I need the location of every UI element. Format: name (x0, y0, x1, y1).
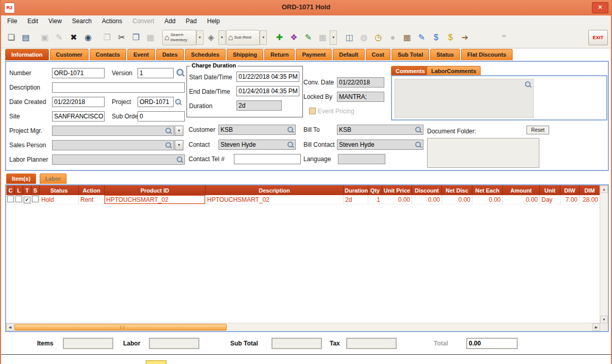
version-field[interactable]: 1 (138, 68, 174, 78)
currency-icon[interactable]: $ (443, 30, 457, 45)
cut-icon[interactable]: ✂ (114, 30, 129, 45)
column-header-t[interactable]: T (23, 185, 31, 195)
cell-unit[interactable]: Day (540, 195, 560, 204)
bill-to-field[interactable]: KSB (337, 125, 423, 135)
tab-contacts[interactable]: Contacts (90, 49, 126, 60)
cell-action[interactable]: Rent (79, 195, 105, 204)
sales-person-search-icon[interactable] (165, 142, 172, 149)
column-header-c[interactable]: C (7, 185, 15, 195)
cell-net-each[interactable]: 0.00 (472, 195, 503, 204)
calendar-icon[interactable]: ▦ (315, 30, 330, 45)
column-header-description[interactable]: Description (206, 185, 344, 195)
comments-textarea[interactable] (395, 79, 534, 118)
exit-button[interactable]: EXIT (588, 30, 608, 45)
checkbox-t[interactable]: ✔ (24, 197, 30, 203)
column-header-unit-price[interactable]: Unit Price (382, 185, 412, 195)
column-header-l[interactable]: L (15, 185, 23, 195)
cell-t[interactable]: ✔ (23, 195, 31, 204)
scrollbar-thumb[interactable] (14, 324, 227, 331)
column-header-dim[interactable]: DIM (580, 185, 600, 195)
duration-field[interactable]: 2d (236, 100, 282, 111)
vertical-scrollbar[interactable]: ▲ ▼ (600, 185, 608, 323)
number-field[interactable]: ORD-1071 (52, 68, 105, 78)
project-mgr-field[interactable] (52, 126, 174, 136)
chat-icon[interactable]: ❝ (497, 30, 511, 45)
bill-contact-field[interactable]: Steven Hyde (337, 140, 423, 150)
column-header-status[interactable]: Status (40, 185, 79, 195)
cell-c[interactable] (7, 195, 15, 204)
tab-event[interactable]: Event (127, 49, 155, 60)
tab-schedules[interactable]: Schedules (185, 49, 226, 60)
menu-file[interactable]: File (7, 18, 17, 25)
column-header-net-each[interactable]: Net Each (472, 185, 503, 195)
save-icon[interactable]: ▣ (38, 30, 52, 45)
document-folder-area[interactable] (427, 138, 539, 168)
date-created-field[interactable]: 01/22/2018 (52, 97, 105, 107)
cell-status[interactable]: Hold (40, 195, 79, 204)
checkbox-l[interactable] (15, 196, 22, 202)
sub-rent-button[interactable]: ⌂Sub Rent (226, 30, 260, 45)
tab-return[interactable]: Return (264, 49, 295, 60)
menu-help[interactable]: Help (207, 18, 220, 25)
new-document-icon[interactable]: ❏ (4, 30, 19, 45)
labor-planner-field[interactable] (52, 154, 185, 165)
language-field[interactable] (338, 154, 385, 164)
customer-field[interactable]: KSB (218, 125, 296, 135)
tab-default[interactable]: Default (333, 49, 364, 60)
scroll-left-icon[interactable]: ◀ (6, 323, 14, 331)
conv-date-field[interactable]: 01/22/2018 (337, 77, 384, 88)
tab-status[interactable]: Status (430, 49, 460, 60)
menu-convert[interactable]: Convert (132, 18, 154, 25)
scroll-right-icon[interactable]: ▶ (592, 323, 600, 331)
cell-product-id[interactable]: HPTOUCHSMART_02 (105, 195, 206, 204)
end-datetime-field[interactable]: 01/24/2018 04:35 PM (236, 86, 299, 96)
cell-description[interactable]: HPTOUCHSMART_02 (206, 195, 344, 204)
column-header-discount[interactable]: Discount (412, 185, 442, 195)
menu-actions[interactable]: Actions (102, 18, 122, 25)
site-structure-icon[interactable]: ◫ (342, 30, 356, 45)
sub-rent-button-dropdown[interactable]: ▾ (260, 30, 267, 45)
bill-contact-search-icon[interactable] (415, 141, 422, 148)
cell-amount[interactable]: 0.00 (503, 195, 540, 204)
column-header-net-disc[interactable]: Net Disc (442, 185, 472, 195)
column-header-s[interactable]: S (31, 185, 40, 195)
bill-to-search-icon[interactable] (415, 126, 422, 133)
column-header-diw[interactable]: DIW (560, 185, 580, 195)
reset-button[interactable]: Reset (526, 126, 549, 134)
locked-by-field[interactable]: MANTRA; (337, 92, 384, 102)
customer-search-icon[interactable] (287, 126, 294, 133)
scroll-down-icon[interactable]: ▼ (600, 316, 608, 323)
column-header-action[interactable]: Action (79, 185, 105, 195)
column-header-product-id[interactable]: Product ID (105, 185, 206, 195)
folder-history-icon[interactable]: ◷ (371, 30, 385, 45)
status-balls-icon[interactable]: ❖ (286, 30, 301, 45)
menu-add[interactable]: Add (164, 18, 175, 25)
inventory-boxes-icon[interactable]: ▦ (400, 30, 414, 45)
start-datetime-field[interactable]: 01/22/2018 04:35 PM (236, 72, 299, 82)
cell-discount[interactable]: 0.00 (412, 195, 442, 204)
search-inventory-button-dropdown[interactable]: ▾ (196, 30, 203, 45)
tab-flat-discounts[interactable]: Flat Discounts (461, 49, 513, 60)
sphere-icon[interactable]: ● (385, 30, 400, 45)
tab-labor-comments[interactable]: LaborComments (427, 66, 481, 76)
scroll-up-icon[interactable]: ▲ (600, 185, 608, 193)
database-icon[interactable]: ◍ (356, 30, 371, 45)
menu-edit[interactable]: Edit (27, 18, 38, 25)
print-icon[interactable]: ▤ (19, 30, 33, 45)
checkbox-s[interactable] (32, 196, 39, 202)
cell-s[interactable] (31, 195, 40, 204)
contact-search-icon[interactable] (287, 141, 294, 148)
cell-net-disc[interactable]: 0.00 (442, 195, 472, 204)
item-row[interactable]: ✔ Hold Rent HPTOUCHSMART_02 HPTOUCHSMART… (7, 195, 600, 204)
project-mgr-search-icon[interactable] (165, 127, 172, 134)
close-button[interactable]: ✕ (592, 2, 608, 13)
cell-qty[interactable]: 1 (368, 195, 382, 204)
menu-pad[interactable]: Pad (186, 18, 197, 25)
column-header-amount[interactable]: Amount (503, 185, 540, 195)
labor-planner-search-icon[interactable] (176, 156, 183, 163)
sub-orders-field[interactable]: 0 (138, 111, 185, 122)
tab-information[interactable]: Information (5, 49, 49, 60)
paste-icon[interactable]: ▦ (143, 30, 158, 45)
site-field[interactable]: SANFRANCISCO (52, 111, 105, 122)
column-header-unit[interactable]: Unit (540, 185, 560, 195)
